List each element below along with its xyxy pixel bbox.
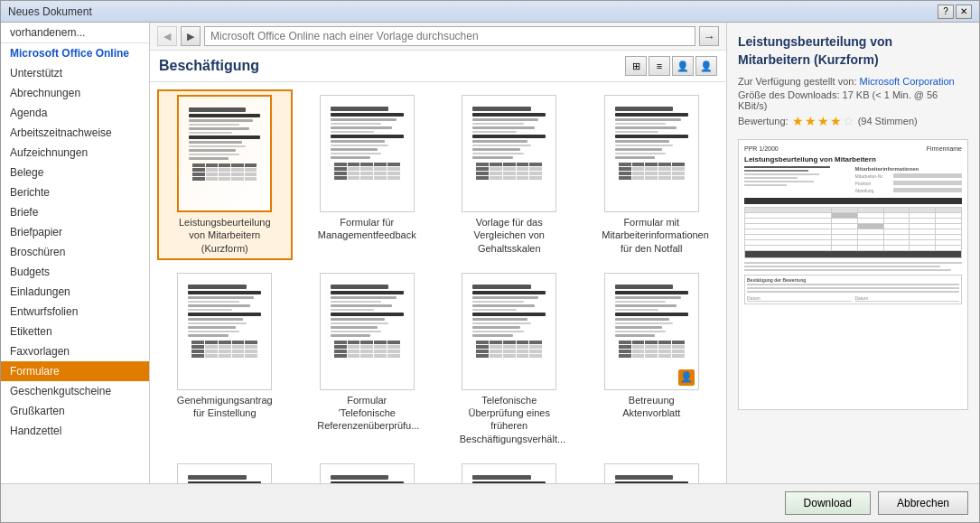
toolbar: ◀ ▶ → — [150, 23, 726, 51]
preview-panel: Leistungsbeurteilung von Mitarbeitern (K… — [726, 23, 979, 483]
sidebar-item-handzettel[interactable]: Handzettel — [1, 421, 149, 441]
template-item-template12[interactable] — [584, 458, 720, 483]
sidebar-top-item[interactable]: vorhandenem... — [1, 23, 149, 43]
sidebar-item-berichte[interactable]: Berichte — [1, 182, 149, 202]
template-item-mitarbeiterinfo[interactable]: Formular mit Mitarbeiterinformationen fü… — [584, 89, 720, 260]
go-button[interactable]: → — [699, 26, 719, 46]
template-label-ueberpruefung: Telefonische Überprüfung eines früheren … — [460, 394, 559, 445]
template-item-genehmigungsantrag[interactable]: Genehmigungsantrag für Einstellung — [157, 267, 293, 451]
preview-title: Leistungsbeurteilung von Mitarbeitern (K… — [738, 33, 968, 69]
template-item-template9[interactable] — [157, 458, 293, 483]
template-label-managementfeedback: Formular für Managementfeedback — [317, 216, 416, 242]
template-item-betreuung[interactable]: 👤Betreuung Aktenvorblatt — [584, 267, 720, 451]
sort-asc-btn[interactable]: 👤 — [672, 56, 694, 76]
star-5: ☆ — [843, 114, 854, 128]
title-bar-buttons: ? ✕ — [938, 5, 972, 19]
template-overlay-icon: 👤 — [678, 369, 695, 386]
sidebar-item-etiketten[interactable]: Etiketten — [1, 322, 149, 341]
grid-area: Leistungsbeurteilung von Mitarbeitern (K… — [150, 82, 726, 483]
sort-btn[interactable]: 👤 — [695, 56, 717, 76]
forward-button[interactable]: ▶ — [181, 26, 201, 46]
close-button[interactable]: ✕ — [956, 5, 972, 19]
view-toggle-btn1[interactable]: ⊞ — [625, 56, 647, 76]
preview-rating-count: (94 Stimmen) — [858, 116, 918, 126]
sidebar-item-grußkarten[interactable]: Grußkarten — [1, 401, 149, 421]
dialog-window: Neues Dokument ? ✕ vorhandenem... Micros… — [0, 0, 980, 523]
sidebar-item-arbeitszeitnachweise[interactable]: Arbeitszeitnachweise — [1, 123, 149, 143]
section-title: Beschäftigung — [159, 58, 259, 74]
footer: Download Abbrechen — [1, 483, 979, 522]
preview-document: PPR 1/2000 Firmenname Leistungsbeurteilu… — [738, 139, 968, 410]
sidebar-item-briefpapier[interactable]: Briefpapier — [1, 222, 149, 242]
template-item-managementfeedback[interactable]: Formular für Managementfeedback — [300, 89, 435, 260]
template-label-gehaltsskalen: Vorlage für das Vergleichen von Gehaltss… — [460, 216, 559, 255]
sidebar-item-budgets[interactable]: Budgets — [1, 262, 149, 282]
template-label-betreuung: Betreuung Aktenvorblatt — [602, 394, 701, 420]
template-item-gehaltsskalen[interactable]: Vorlage für das Vergleichen von Gehaltss… — [442, 89, 577, 260]
template-label-mitarbeiterinfo: Formular mit Mitarbeiterinformationen fü… — [602, 216, 701, 255]
dialog-body: vorhandenem... Microsoft Office Online U… — [1, 23, 979, 483]
preview-doc-header: PPR 1/2000 Firmenname — [744, 145, 962, 152]
sidebar-item-geschenkgutscheine[interactable]: Geschenkgutscheine — [1, 381, 149, 401]
template-item-leistungsbeurteilung[interactable]: Leistungsbeurteilung von Mitarbeitern (K… — [157, 89, 293, 260]
search-input[interactable] — [204, 26, 695, 46]
sidebar: vorhandenem... Microsoft Office Online U… — [1, 23, 150, 483]
sidebar-item-abrechnungen[interactable]: Abrechnungen — [1, 83, 149, 103]
sidebar-item-entwurfsfolien[interactable]: Entwurfsfolien — [1, 302, 149, 322]
cancel-button[interactable]: Abbrechen — [878, 491, 968, 515]
star-1: ★ — [792, 114, 804, 128]
sidebar-item-formulare[interactable]: Formulare — [1, 361, 149, 381]
view-toggle-btn2[interactable]: ≡ — [649, 56, 670, 76]
preview-provider-link[interactable]: Microsoft Corporation — [860, 76, 955, 87]
template-label-leistungsbeurteilung: Leistungsbeurteilung von Mitarbeitern (K… — [175, 216, 275, 255]
help-button[interactable]: ? — [938, 5, 954, 19]
preview-table — [744, 207, 962, 258]
sidebar-item-faxvorlagen[interactable]: Faxvorlagen — [1, 341, 149, 361]
preview-doc-title: Leistungsbeurteilung von Mitarbeitern — [744, 155, 962, 163]
sidebar-item-unterstützt[interactable]: Unterstützt — [1, 63, 149, 83]
back-button[interactable]: ◀ — [157, 26, 177, 46]
sidebar-item-ms-online[interactable]: Microsoft Office Online — [1, 43, 149, 63]
star-3: ★ — [817, 114, 829, 128]
preview-rating: Bewertung: ★★★★☆ (94 Stimmen) — [738, 114, 968, 128]
sidebar-item-briefe[interactable]: Briefe — [1, 202, 149, 222]
section-header: Beschäftigung ⊞ ≡ 👤 👤 — [150, 51, 726, 82]
dialog-title: Neues Dokument — [8, 5, 92, 18]
sidebar-item-agenda[interactable]: Agenda — [1, 103, 149, 123]
sidebar-item-belege[interactable]: Belege — [1, 163, 149, 182]
template-item-template11[interactable] — [442, 458, 577, 483]
template-item-template10[interactable] — [300, 458, 435, 483]
preview-size: Größe des Downloads: 17 KB (< 1 Min. @ 5… — [738, 89, 968, 111]
template-grid: Leistungsbeurteilung von Mitarbeitern (K… — [157, 89, 719, 483]
star-4: ★ — [830, 114, 842, 128]
sidebar-list: UnterstütztAbrechnungenAgendaArbeitszeit… — [1, 63, 149, 441]
template-item-ueberpruefung[interactable]: Telefonische Überprüfung eines früheren … — [442, 267, 577, 451]
template-label-telefonische: Formular 'Telefonische Referenzenüberprü… — [317, 394, 416, 433]
sidebar-item-broschüren[interactable]: Broschüren — [1, 242, 149, 262]
template-item-telefonische[interactable]: Formular 'Telefonische Referenzenüberprü… — [300, 267, 435, 451]
sidebar-item-aufzeichnungen[interactable]: Aufzeichnungen — [1, 143, 149, 163]
main-area: ◀ ▶ → Beschäftigung ⊞ ≡ 👤 👤 Leistungsbeu… — [150, 23, 726, 483]
section-controls: ⊞ ≡ 👤 👤 — [625, 56, 717, 76]
preview-provider-label: Zur Verfügung gestellt von: Microsoft Co… — [738, 76, 968, 87]
template-label-genehmigungsantrag: Genehmigungsantrag für Einstellung — [175, 394, 275, 420]
star-2: ★ — [805, 114, 817, 128]
sidebar-item-einladungen[interactable]: Einladungen — [1, 282, 149, 302]
preview-stars: ★★★★☆ — [792, 114, 854, 128]
title-bar: Neues Dokument ? ✕ — [1, 1, 979, 23]
download-button[interactable]: Download — [785, 491, 871, 515]
